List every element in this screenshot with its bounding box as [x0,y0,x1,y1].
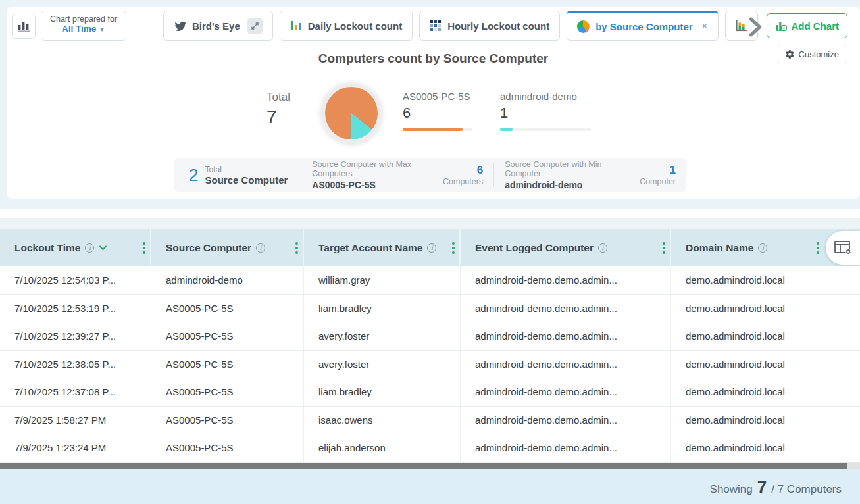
column-header-source-computer[interactable]: Source Computer i [151,229,304,266]
tab-label: by Source Computer [595,21,693,32]
cell-target-account-name: avery.foster [304,351,461,378]
summary-min-value: 1 [640,164,676,177]
cell-lockout-time: 7/10/2025 12:53:19 P... [0,295,151,322]
chart-period-label: Chart prepared for [41,14,126,24]
column-label: Source Computer [166,242,251,254]
summary-min-unit: Computer [640,177,676,186]
tab-by-source-computer[interactable]: by Source Computer × [567,11,718,41]
legend-item[interactable]: AS0005-PC-5S 6 [403,91,472,131]
legend-bar [403,128,472,131]
table-row[interactable]: 7/9/2025 1:58:27 PM AS0005-PC-5S isaac.o… [0,407,860,435]
tab-hourly-lockout-count[interactable]: Hourly Lockout count [419,11,560,41]
cell-lockout-time: 7/10/2025 12:38:05 P... [0,351,151,378]
cell-domain-name: demo.admindroid.local [671,266,860,294]
table-row[interactable]: 7/10/2025 12:53:19 P... AS0005-PC-5S lia… [0,295,860,323]
expand-icon[interactable] [247,18,263,34]
column-label: Event Logged Computer [475,242,594,254]
cell-target-account-name: isaac.owens [304,407,461,434]
summary-max-value: 6 [443,164,483,177]
bar-chart-icon [290,20,302,32]
tab-label: Bird's Eye [192,20,240,32]
customize-label: Customize [799,49,839,59]
tab-birds-eye[interactable]: Bird's Eye [163,11,273,41]
summary-max-link[interactable]: AS0005-PC-5S [312,180,376,190]
chart-tabs: Bird's Eye Daily Lockout count Hourly Lo… [163,11,758,41]
cell-domain-name: demo.admindroid.local [671,295,860,322]
column-menu-icon[interactable] [817,242,819,254]
pie-chart[interactable] [321,83,382,143]
chart-period-dropdown[interactable]: Chart prepared for All Time ▼ [41,11,126,41]
info-icon[interactable]: i [427,243,436,253]
info-icon[interactable]: i [256,243,265,253]
column-settings-icon [834,239,852,257]
divider [461,473,461,500]
summary-total-label2: Source Computer [205,174,288,186]
cell-event-logged-computer: admindroid-demo.demo.admin... [461,351,671,378]
column-header-lockout-time[interactable]: Lockout Time i [0,229,151,266]
info-icon[interactable]: i [598,243,607,253]
chart-type-button[interactable] [12,14,36,39]
spacer [0,218,860,229]
summary-min: Source Computer with Min Computer admind… [494,160,686,191]
table-footer: Showing 7 / 7 Computers [0,469,860,504]
legend-bar [500,128,591,131]
cell-domain-name: demo.admindroid.local [671,322,860,350]
stacked-bar-icon [735,19,748,32]
gear-icon [785,49,795,59]
scrollbar-thumb[interactable] [0,463,847,469]
close-icon[interactable]: × [701,20,708,33]
table-row[interactable]: 7/10/2025 12:54:03 P... admindroid-demo … [0,266,860,295]
report-page: Chart prepared for All Time ▼ Bird's Eye… [0,0,860,504]
column-label: Domain Name [686,242,753,254]
column-header-event-logged-computer[interactable]: Event Logged Computer i [461,229,671,266]
legend-value: 6 [403,105,472,122]
summary-total-label1: Total [205,165,288,174]
summary-min-link[interactable]: admindroid-demo [505,180,582,190]
table-row[interactable]: 7/10/2025 12:38:05 P... AS0005-PC-5S ave… [0,351,860,379]
cell-lockout-time: 7/9/2025 1:58:27 PM [0,407,151,434]
add-chart-icon [775,20,787,32]
chevron-down-icon: ▼ [99,26,105,33]
summary-min-label: Source Computer with Min Computer [505,160,640,178]
column-menu-icon[interactable] [295,242,298,254]
legend-item[interactable]: admindroid-demo 1 [500,91,591,131]
table-row[interactable]: 7/9/2025 1:23:24 PM AS0005-PC-5S elijah.… [0,434,860,463]
cell-event-logged-computer: admindroid-demo.demo.admin... [461,266,671,294]
table-row[interactable]: 7/10/2025 12:37:08 P... AS0005-PC-5S lia… [0,378,860,407]
table-body: 7/10/2025 12:54:03 P... admindroid-demo … [0,266,860,463]
cell-source-computer: AS0005-PC-5S [151,378,304,406]
shown-count: 7 [757,476,767,497]
column-menu-icon[interactable] [452,242,455,254]
scroll-tabs-right-button[interactable] [747,17,763,37]
pie-total-value: 7 [266,107,290,128]
sort-chevron-down-icon[interactable] [99,245,107,251]
cell-event-logged-computer: admindroid-demo.demo.admin... [461,434,671,462]
bird-icon [174,20,186,31]
cell-domain-name: demo.admindroid.local [671,407,860,434]
bar-chart-icon [17,20,30,33]
tab-label: Daily Lockout count [308,20,402,32]
table-row[interactable]: 7/10/2025 12:39:27 P... AS0005-PC-5S ave… [0,322,860,351]
column-chooser-button[interactable] [826,231,860,265]
column-menu-icon[interactable] [663,242,665,254]
summary-max-unit: Computers [443,177,483,186]
info-icon[interactable]: i [85,243,94,253]
column-header-target-account-name[interactable]: Target Account Name i [304,229,461,266]
cell-source-computer: AS0005-PC-5S [151,407,304,434]
cell-target-account-name: liam.bradley [304,295,461,322]
add-chart-button[interactable]: Add Chart [767,13,848,38]
tab-daily-lockout-count[interactable]: Daily Lockout count [280,11,413,41]
pie-chart-icon [577,20,590,33]
info-icon[interactable]: i [758,243,767,253]
record-count: Showing 7 / 7 Computers [710,476,842,497]
cell-source-computer: AS0005-PC-5S [151,434,304,462]
cell-event-logged-computer: admindroid-demo.demo.admin... [461,322,671,350]
customize-button[interactable]: Customize [778,45,846,63]
column-menu-icon[interactable] [143,242,145,254]
spacer [0,209,860,218]
summary-total-value: 2 [189,165,198,186]
chart-title: Computers count by Source Computer [7,51,860,66]
total-count: / 7 Computers [771,482,842,495]
divider [293,473,293,500]
cell-target-account-name: william.gray [304,266,461,294]
